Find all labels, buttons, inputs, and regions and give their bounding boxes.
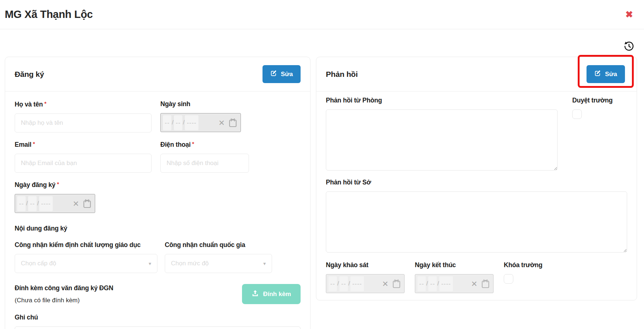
approve-school-checkbox[interactable] bbox=[572, 109, 582, 119]
date-year-segment[interactable]: ---- bbox=[39, 196, 53, 211]
date-month-segment[interactable]: -- bbox=[174, 115, 182, 130]
lock-school-label: Khóa trường bbox=[504, 261, 543, 269]
required-mark: * bbox=[192, 141, 194, 147]
required-mark: * bbox=[33, 141, 35, 147]
attachment-info: Đính kèm công văn đăng ký ĐGN (Chưa có f… bbox=[15, 284, 113, 304]
register-panel-header: Đăng ký Sửa bbox=[5, 57, 310, 91]
division-feedback-textarea[interactable] bbox=[326, 109, 558, 171]
department-feedback-textarea[interactable] bbox=[326, 191, 627, 253]
attachment-row: Đính kèm công văn đăng ký ĐGN (Chưa có f… bbox=[15, 284, 301, 304]
date-month-segment[interactable]: -- bbox=[428, 276, 437, 291]
full-name-field: Họ và tên* bbox=[15, 100, 152, 132]
clear-date-icon[interactable]: ✕ bbox=[72, 200, 79, 208]
survey-date-label: Ngày khảo sát bbox=[326, 261, 405, 269]
end-date-input[interactable]: -- / -- / ---- ✕ bbox=[415, 274, 494, 293]
date-month-segment[interactable]: -- bbox=[28, 196, 37, 211]
date-year-segment[interactable]: ---- bbox=[439, 276, 453, 291]
feedback-panel: Phản hồi Sửa Phản hồi từ Phòng bbox=[316, 57, 637, 300]
clear-date-icon[interactable]: ✕ bbox=[218, 119, 225, 127]
approve-school-label: Duyệt trường bbox=[572, 97, 627, 104]
feedback-edit-button-label: Sửa bbox=[605, 71, 617, 78]
date-separator: / bbox=[348, 280, 350, 287]
calendar-icon[interactable] bbox=[392, 279, 401, 289]
phone-field: Điện thoại* bbox=[160, 141, 249, 173]
date-separator: / bbox=[37, 200, 39, 207]
highlight-rectangle: Sửa bbox=[578, 55, 634, 88]
national-standard-select-placeholder: Chọn mức độ bbox=[171, 260, 209, 267]
register-date-input[interactable]: -- / -- / ---- ✕ bbox=[15, 194, 95, 213]
date-separator: / bbox=[337, 280, 339, 287]
register-panel: Đăng ký Sửa Họ và tên* Ngày s bbox=[5, 57, 310, 329]
clear-date-icon[interactable]: ✕ bbox=[471, 280, 477, 288]
email-field: Email* bbox=[15, 141, 152, 173]
register-date-label: Ngày đăng ký* bbox=[15, 181, 95, 189]
register-panel-title: Đăng ký bbox=[15, 70, 44, 79]
department-feedback-label: Phản hồi từ Sở bbox=[326, 179, 627, 186]
register-content-heading: Nội dung đăng ký bbox=[15, 225, 301, 232]
division-feedback-label: Phản hồi từ Phòng bbox=[326, 97, 558, 104]
phone-input[interactable] bbox=[160, 154, 249, 173]
upload-icon bbox=[252, 289, 259, 299]
survey-date-field: Ngày khảo sát -- / -- / ---- ✕ bbox=[326, 261, 405, 293]
register-date-field: Ngày đăng ký* -- / -- / ---- ✕ bbox=[15, 181, 95, 213]
end-date-label: Ngày kết thúc bbox=[415, 261, 494, 269]
register-edit-button[interactable]: Sửa bbox=[263, 65, 301, 83]
required-mark: * bbox=[57, 181, 59, 187]
accreditation-select[interactable]: Chọn cấp độ ▾ bbox=[15, 254, 157, 273]
email-label: Email* bbox=[15, 141, 152, 149]
accreditation-select-placeholder: Chọn cấp độ bbox=[21, 260, 56, 267]
national-standard-label: Công nhận chuẩn quốc gia bbox=[165, 241, 272, 249]
accreditation-field: Công nhận kiểm định chất lượng giáo dục … bbox=[15, 241, 157, 273]
date-year-segment[interactable]: ---- bbox=[350, 276, 364, 291]
required-mark: * bbox=[44, 100, 46, 106]
feedback-panel-title: Phản hồi bbox=[326, 70, 358, 79]
edit-pencil-icon bbox=[594, 70, 601, 78]
date-month-segment[interactable]: -- bbox=[339, 276, 348, 291]
attachment-empty-text: (Chưa có file đính kèm) bbox=[15, 297, 113, 304]
page-title: MG Xã Thạnh Lộc bbox=[5, 8, 93, 20]
attach-button-label: Đính kèm bbox=[263, 291, 291, 298]
national-standard-select[interactable]: Chọn mức độ ▾ bbox=[165, 254, 272, 273]
lock-school-field: Khóa trường bbox=[504, 261, 543, 293]
modal-header: MG Xã Thạnh Lộc ✖ bbox=[0, 0, 644, 29]
note-label: Ghi chú bbox=[15, 314, 301, 321]
calendar-icon[interactable] bbox=[228, 118, 237, 128]
date-day-segment[interactable]: -- bbox=[163, 115, 171, 130]
full-name-label: Họ và tên* bbox=[15, 100, 152, 108]
clear-date-icon[interactable]: ✕ bbox=[382, 280, 388, 288]
history-button[interactable] bbox=[623, 41, 634, 53]
end-date-field: Ngày kết thúc -- / -- / ---- ✕ bbox=[415, 261, 494, 293]
feedback-panel-header: Phản hồi Sửa bbox=[316, 57, 637, 91]
date-separator: / bbox=[171, 119, 174, 126]
modal-body: Đăng ký Sửa Họ và tên* Ngày s bbox=[5, 57, 637, 329]
chevron-down-icon: ▾ bbox=[263, 261, 266, 266]
date-year-segment[interactable]: ---- bbox=[185, 115, 198, 130]
date-separator: / bbox=[426, 280, 428, 287]
date-day-segment[interactable]: -- bbox=[17, 196, 26, 211]
date-separator: / bbox=[437, 280, 439, 287]
phone-label: Điện thoại* bbox=[160, 141, 249, 149]
birth-date-field: Ngày sinh -- / -- / ---- ✕ bbox=[160, 100, 241, 132]
lock-school-checkbox[interactable] bbox=[504, 274, 513, 284]
calendar-icon[interactable] bbox=[481, 279, 490, 289]
approve-school-field: Duyệt trường bbox=[572, 97, 627, 171]
birth-date-label: Ngày sinh bbox=[160, 100, 241, 108]
date-day-segment[interactable]: -- bbox=[328, 276, 337, 291]
email-input[interactable] bbox=[15, 154, 152, 173]
date-separator: / bbox=[182, 119, 185, 126]
attach-button[interactable]: Đính kèm bbox=[242, 284, 301, 304]
note-textarea[interactable] bbox=[15, 326, 301, 329]
close-icon[interactable]: ✖ bbox=[625, 10, 633, 19]
birth-date-input[interactable]: -- / -- / ---- ✕ bbox=[160, 113, 241, 132]
history-icon bbox=[623, 46, 634, 53]
accreditation-label: Công nhận kiểm định chất lượng giáo dục bbox=[15, 241, 157, 249]
calendar-icon[interactable] bbox=[83, 199, 92, 209]
national-standard-field: Công nhận chuẩn quốc gia Chọn mức độ ▾ bbox=[165, 241, 272, 273]
chevron-down-icon: ▾ bbox=[149, 261, 151, 266]
edit-pencil-icon bbox=[270, 70, 277, 78]
feedback-edit-button[interactable]: Sửa bbox=[587, 65, 625, 83]
full-name-input[interactable] bbox=[15, 113, 152, 132]
register-edit-button-label: Sửa bbox=[281, 71, 293, 78]
survey-date-input[interactable]: -- / -- / ---- ✕ bbox=[326, 274, 405, 293]
date-day-segment[interactable]: -- bbox=[417, 276, 426, 291]
